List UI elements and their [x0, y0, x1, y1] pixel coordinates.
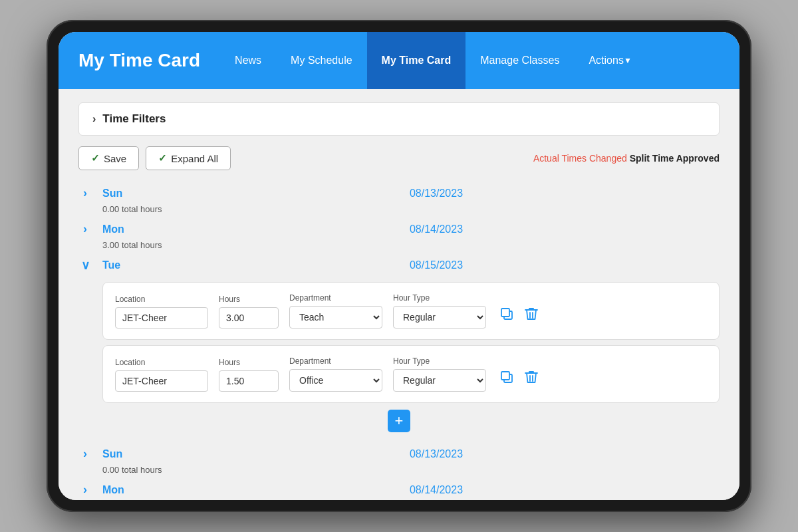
day-date-sun-1: 08/13/2023 — [153, 188, 720, 200]
hours-input-2[interactable] — [219, 370, 279, 392]
actions-label: Actions — [589, 55, 623, 66]
svg-rect-3 — [501, 372, 509, 380]
time-filters-bar[interactable]: › Time Filters — [78, 102, 720, 136]
app-title: My Time Card — [59, 32, 220, 89]
add-entry-button[interactable]: + — [388, 410, 410, 432]
hourtype-label-1: Hour Type — [393, 293, 486, 303]
day-name-mon-1: Mon — [102, 223, 142, 235]
status-text: Actual Times Changed Split Time Approved — [533, 153, 720, 164]
hourtype-label-2: Hour Type — [393, 356, 486, 366]
tab-actions[interactable]: Actions ▼ — [574, 32, 646, 89]
location-input-1[interactable] — [115, 307, 208, 329]
hourtype-group-1: Hour Type Regular Overtime Holiday — [393, 293, 486, 329]
day-row-sun-2[interactable]: › Sun 08/13/2023 — [78, 443, 720, 465]
dept-select-1[interactable]: Teach Office Admin — [289, 306, 382, 329]
dept-group-2: Department Teach Office Admin — [289, 356, 382, 392]
day-name-sun-1: Sun — [102, 188, 142, 200]
hours-group-1: Hours — [219, 295, 279, 329]
day-section-sun-1: › Sun 08/13/2023 0.00 total hours — [78, 182, 720, 214]
copy-button-2[interactable] — [497, 367, 517, 390]
day-name-sun-2: Sun — [102, 448, 142, 460]
nav-tabs: News My Schedule My Time Card Manage Cla… — [220, 32, 739, 89]
day-section-tue: ∨ Tue 08/15/2023 Location Hours — [78, 254, 720, 432]
day-row-mon-2[interactable]: › Mon 08/14/2023 — [78, 479, 720, 500]
day-name-mon-2: Mon — [102, 484, 142, 496]
action-buttons: ✓ Save ✓ Expand All — [78, 146, 231, 170]
save-check-icon: ✓ — [91, 152, 100, 164]
day-row-mon-1[interactable]: › Mon 08/14/2023 — [78, 218, 720, 240]
dept-group-1: Department Teach Office Admin — [289, 293, 382, 329]
action-row: ✓ Save ✓ Expand All Actual Times Changed… — [78, 146, 720, 170]
nav-bar: My Time Card News My Schedule My Time Ca… — [59, 32, 739, 89]
entry-actions-2 — [497, 367, 541, 392]
day-chevron-mon-2: › — [78, 483, 92, 497]
tab-my-time-card[interactable]: My Time Card — [367, 32, 466, 89]
day-name-tue: Tue — [102, 259, 142, 271]
expand-label: Expand All — [171, 153, 218, 164]
hours-label-2: Hours — [219, 358, 279, 367]
hourtype-select-1[interactable]: Regular Overtime Holiday — [393, 306, 486, 329]
actions-dropdown-icon: ▼ — [624, 56, 632, 65]
day-section-mon-2: › Mon 08/14/2023 3.00 total hours — [78, 479, 720, 500]
day-hours-mon-1: 3.00 total hours — [78, 240, 720, 250]
tab-news[interactable]: News — [220, 32, 276, 89]
status-changed: Actual Times Changed — [533, 153, 627, 164]
day-chevron-sun-1: › — [78, 186, 92, 200]
add-row: + — [78, 410, 720, 432]
entry-fields-2: Location Hours Department Teach Office — [115, 356, 707, 392]
save-button[interactable]: ✓ Save — [78, 146, 139, 170]
dept-label-1: Department — [289, 293, 382, 303]
svg-rect-1 — [501, 309, 509, 317]
main-content: › Time Filters ✓ Save ✓ Expand All Actua… — [59, 89, 739, 500]
hours-label-1: Hours — [219, 295, 279, 304]
location-group-2: Location — [115, 358, 208, 392]
location-group-1: Location — [115, 295, 208, 329]
entry-card-1: Location Hours Department Teach Office — [102, 282, 720, 340]
hours-group-2: Hours — [219, 358, 279, 392]
day-row-tue[interactable]: ∨ Tue 08/15/2023 — [78, 254, 720, 277]
tab-my-schedule[interactable]: My Schedule — [276, 32, 367, 89]
day-hours-sun-2: 0.00 total hours — [78, 465, 720, 475]
day-row-sun-1[interactable]: › Sun 08/13/2023 — [78, 182, 720, 204]
time-filters-label: Time Filters — [102, 112, 166, 126]
status-approved: Split Time Approved — [630, 153, 720, 164]
location-label-2: Location — [115, 358, 208, 367]
day-hours-sun-1: 0.00 total hours — [78, 204, 720, 214]
location-label-1: Location — [115, 295, 208, 304]
expand-check-icon: ✓ — [158, 152, 167, 164]
time-filters-chevron: › — [92, 113, 96, 125]
entry-card-2: Location Hours Department Teach Office — [102, 345, 720, 403]
delete-button-1[interactable] — [522, 304, 541, 327]
tab-manage-classes[interactable]: Manage Classes — [466, 32, 574, 89]
expand-all-button[interactable]: ✓ Expand All — [146, 146, 231, 170]
day-section-mon-1: › Mon 08/14/2023 3.00 total hours — [78, 218, 720, 250]
hours-input-1[interactable] — [219, 307, 279, 329]
entry-actions-1 — [497, 304, 541, 329]
day-section-sun-2: › Sun 08/13/2023 0.00 total hours — [78, 443, 720, 475]
tablet-screen: My Time Card News My Schedule My Time Ca… — [59, 32, 739, 500]
hourtype-select-2[interactable]: Regular Overtime Holiday — [393, 369, 486, 392]
copy-button-1[interactable] — [497, 304, 517, 327]
location-input-2[interactable] — [115, 370, 208, 392]
day-chevron-sun-2: › — [78, 447, 92, 461]
entry-fields-1: Location Hours Department Teach Office — [115, 293, 707, 329]
delete-button-2[interactable] — [522, 367, 541, 390]
day-chevron-tue: ∨ — [78, 258, 92, 273]
day-date-mon-1: 08/14/2023 — [153, 223, 720, 235]
hourtype-group-2: Hour Type Regular Overtime Holiday — [393, 356, 486, 392]
day-date-sun-2: 08/13/2023 — [153, 448, 720, 460]
dept-select-2[interactable]: Teach Office Admin — [289, 369, 382, 392]
save-label: Save — [104, 153, 126, 164]
day-chevron-mon-1: › — [78, 222, 92, 236]
dept-label-2: Department — [289, 356, 382, 366]
tablet-frame: My Time Card News My Schedule My Time Ca… — [47, 20, 751, 512]
day-date-mon-2: 08/14/2023 — [153, 484, 720, 496]
day-date-tue: 08/15/2023 — [153, 259, 720, 271]
